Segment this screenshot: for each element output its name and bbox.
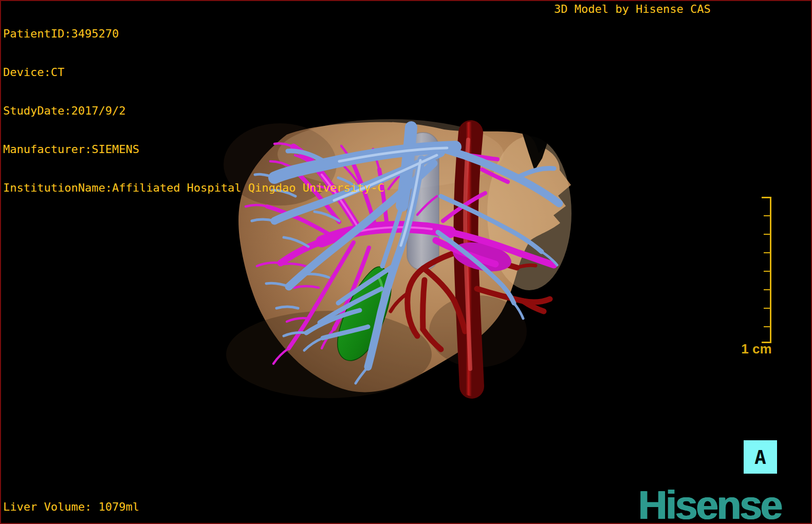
patient-id: PatientID:3495270	[3, 27, 384, 40]
study-date: StudyDate:2017/9/2	[3, 104, 384, 117]
ruler-line	[770, 197, 771, 343]
ruler-tick	[764, 215, 771, 216]
cas-3d-viewer-window: { "header": { "title": "3D Model by Hise…	[0, 0, 812, 524]
liver-volume-readout: Liver Volume: 1079ml	[3, 500, 139, 513]
ruler-tick	[764, 234, 771, 235]
viewer-title: 3D Model by Hisense CAS	[554, 3, 711, 15]
ruler-cap-top	[762, 197, 771, 198]
ruler-tick	[764, 252, 771, 253]
orientation-letter: A	[754, 446, 766, 469]
ruler-tick	[764, 308, 771, 309]
orientation-badge: A	[744, 440, 777, 474]
ruler-tick	[764, 271, 771, 272]
ruler-scale-label: 1 cm	[738, 341, 775, 357]
ruler-tick	[764, 289, 771, 290]
hisense-logo: Hisense	[638, 482, 781, 524]
ruler-tick	[764, 326, 771, 327]
institution-name: InstitutionName:Affiliated Hospital Qing…	[3, 181, 384, 194]
manufacturer: Manufacturer:SIEMENS	[3, 143, 384, 156]
patient-info-block: PatientID:3495270 Device:CT StudyDate:20…	[3, 2, 384, 207]
device: Device:CT	[3, 66, 384, 79]
